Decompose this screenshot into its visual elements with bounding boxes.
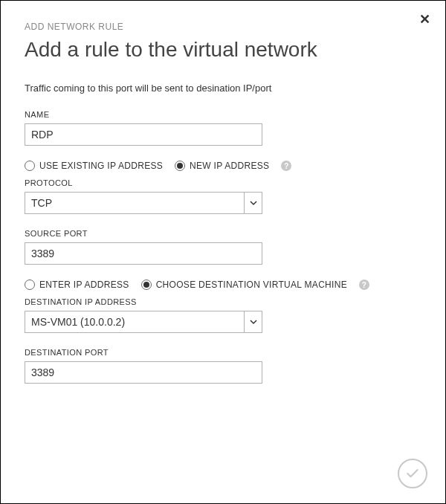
name-field-block: NAME xyxy=(25,110,421,146)
chevron-down-icon xyxy=(244,193,262,213)
choose-vm-radio[interactable]: CHOOSE DESTINATION VIRTUAL MACHINE xyxy=(141,280,347,290)
protocol-select[interactable]: TCP xyxy=(25,192,262,214)
ip-mode-radio-group: USE EXISTING IP ADDRESS NEW IP ADDRESS ? xyxy=(25,161,421,171)
description-text: Traffic coming to this port will be sent… xyxy=(25,83,421,94)
destination-ip-value: MS-VM01 (10.0.0.2) xyxy=(25,316,244,328)
help-icon[interactable]: ? xyxy=(359,280,369,290)
destination-mode-radio-group: ENTER IP ADDRESS CHOOSE DESTINATION VIRT… xyxy=(25,280,421,290)
add-network-rule-dialog: ✕ ADD NETWORK RULE Add a rule to the vir… xyxy=(1,1,445,503)
destination-port-input[interactable] xyxy=(25,361,262,384)
help-icon[interactable]: ? xyxy=(281,161,291,171)
radio-label: USE EXISTING IP ADDRESS xyxy=(39,161,163,171)
source-port-label: SOURCE PORT xyxy=(25,229,421,238)
radio-icon xyxy=(25,161,35,171)
destination-ip-label: DESTINATION IP ADDRESS xyxy=(25,297,421,306)
destination-port-label: DESTINATION PORT xyxy=(25,348,421,357)
confirm-button[interactable] xyxy=(398,459,427,488)
check-icon xyxy=(405,466,420,481)
page-title: Add a rule to the virtual network xyxy=(25,38,421,62)
destination-ip-field-block: DESTINATION IP ADDRESS MS-VM01 (10.0.0.2… xyxy=(25,297,421,333)
use-existing-ip-radio[interactable]: USE EXISTING IP ADDRESS xyxy=(25,161,163,171)
protocol-field-block: PROTOCOL TCP xyxy=(25,178,421,214)
source-port-input[interactable] xyxy=(25,242,262,265)
radio-label: CHOOSE DESTINATION VIRTUAL MACHINE xyxy=(156,280,347,290)
chevron-down-icon xyxy=(244,311,262,332)
source-port-field-block: SOURCE PORT xyxy=(25,229,421,265)
name-label: NAME xyxy=(25,110,421,119)
destination-ip-select[interactable]: MS-VM01 (10.0.0.2) xyxy=(25,311,262,333)
radio-label: ENTER IP ADDRESS xyxy=(39,280,129,290)
protocol-label: PROTOCOL xyxy=(25,178,421,187)
name-input[interactable] xyxy=(25,123,262,146)
radio-icon xyxy=(25,280,35,290)
enter-ip-radio[interactable]: ENTER IP ADDRESS xyxy=(25,280,129,290)
breadcrumb: ADD NETWORK RULE xyxy=(25,22,421,32)
destination-port-field-block: DESTINATION PORT xyxy=(25,348,421,384)
radio-label: NEW IP ADDRESS xyxy=(190,161,269,171)
radio-icon xyxy=(141,280,152,290)
close-icon: ✕ xyxy=(419,12,430,27)
protocol-value: TCP xyxy=(25,197,244,209)
radio-icon xyxy=(175,161,185,171)
close-button[interactable]: ✕ xyxy=(419,13,430,26)
new-ip-radio[interactable]: NEW IP ADDRESS xyxy=(175,161,269,171)
